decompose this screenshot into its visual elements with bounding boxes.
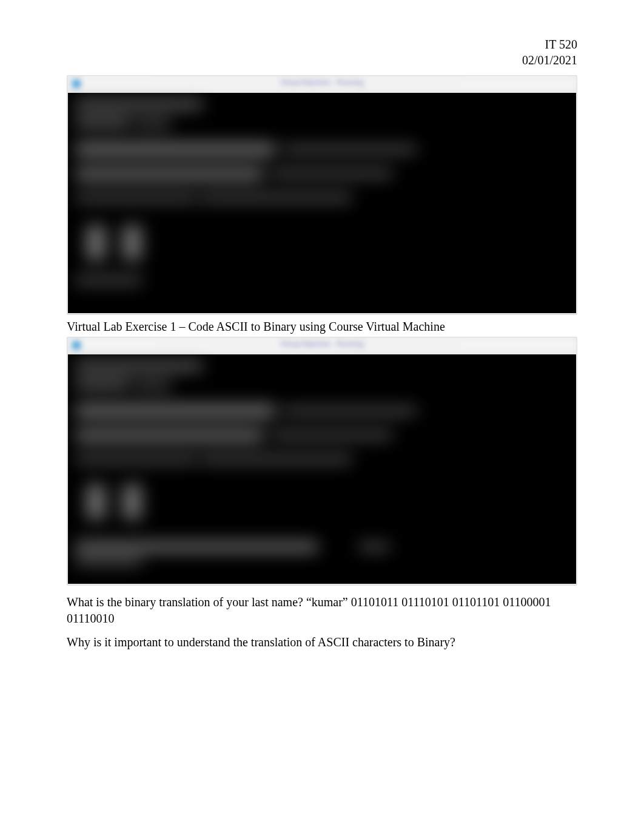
titlebar-label-left xyxy=(84,341,98,350)
terminal-window xyxy=(68,354,576,584)
terminal-blurred-text xyxy=(68,93,576,313)
vm-app-icon xyxy=(72,79,81,88)
vm-app-icon xyxy=(72,341,81,350)
terminal-window xyxy=(68,93,576,313)
question-1: What is the binary translation of your l… xyxy=(67,594,577,627)
course-code: IT 520 xyxy=(67,36,577,52)
titlebar-label-left xyxy=(84,79,98,88)
document-date: 02/01/2021 xyxy=(67,52,577,68)
terminal-blurred-text xyxy=(68,354,576,584)
page-header: IT 520 02/01/2021 xyxy=(67,36,577,68)
question-2: Why is it important to understand the tr… xyxy=(67,634,577,651)
vm-screenshot-2: Virtual Machine - Running xyxy=(67,337,577,586)
figure-caption-1: Virtual Lab Exercise 1 – Code ASCII to B… xyxy=(67,319,577,334)
titlebar-center-text: Virtual Machine - Running xyxy=(280,340,364,348)
vm-screenshot-1: Virtual Machine - Running xyxy=(67,75,577,315)
titlebar-center-text: Virtual Machine - Running xyxy=(280,78,364,87)
